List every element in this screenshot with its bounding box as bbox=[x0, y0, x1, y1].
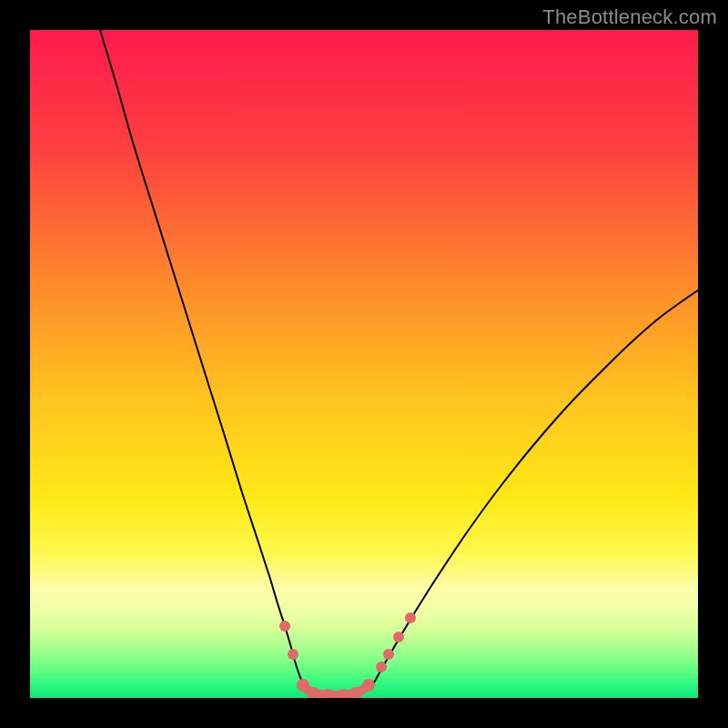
data-marker bbox=[383, 649, 394, 660]
data-marker bbox=[393, 632, 404, 642]
series-right-curve bbox=[371, 290, 698, 687]
series-left-curve bbox=[100, 30, 305, 689]
curves-layer bbox=[30, 30, 698, 698]
data-marker bbox=[362, 679, 375, 692]
chart-frame: TheBottleneck.com bbox=[0, 0, 728, 728]
data-marker bbox=[297, 679, 309, 692]
data-marker bbox=[376, 662, 387, 672]
data-marker bbox=[288, 649, 298, 660]
data-marker bbox=[405, 612, 416, 623]
plot-area bbox=[30, 30, 698, 698]
data-marker bbox=[279, 621, 290, 632]
watermark-text: TheBottleneck.com bbox=[542, 5, 717, 29]
